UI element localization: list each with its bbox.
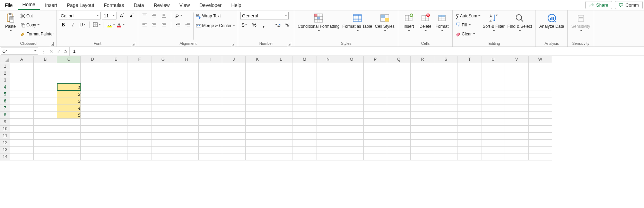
cell[interactable]: [246, 105, 269, 111]
cell[interactable]: [458, 118, 481, 125]
tab-file[interactable]: File: [0, 0, 18, 10]
decrease-indent-button[interactable]: [174, 21, 182, 28]
cell[interactable]: [104, 70, 128, 77]
cell[interactable]: [128, 153, 151, 160]
cell[interactable]: [481, 77, 505, 84]
cell[interactable]: [104, 125, 128, 132]
cell[interactable]: [340, 70, 364, 77]
cell[interactable]: [10, 91, 34, 98]
cell[interactable]: [269, 91, 293, 98]
cell[interactable]: [481, 70, 505, 77]
cell[interactable]: [10, 63, 34, 70]
cell[interactable]: [57, 125, 81, 132]
cell[interactable]: [269, 146, 293, 153]
cell[interactable]: [505, 91, 529, 98]
cell[interactable]: [505, 98, 529, 105]
cell[interactable]: [434, 111, 458, 118]
cell[interactable]: [10, 70, 34, 77]
cell[interactable]: [434, 84, 458, 91]
cell[interactable]: [411, 70, 434, 77]
cell[interactable]: [34, 98, 57, 105]
cell[interactable]: [81, 77, 104, 84]
cell-styles-button[interactable]: Cell Styles: [374, 12, 396, 34]
cell[interactable]: [269, 63, 293, 70]
cell[interactable]: [458, 84, 481, 91]
cell[interactable]: [387, 77, 411, 84]
cell[interactable]: [10, 118, 34, 125]
cell[interactable]: [364, 98, 387, 105]
cell[interactable]: [316, 91, 340, 98]
tab-view[interactable]: View: [174, 0, 194, 10]
cell[interactable]: [104, 98, 128, 105]
cell[interactable]: [57, 132, 81, 139]
cell[interactable]: [128, 132, 151, 139]
row-header[interactable]: 3: [0, 77, 10, 84]
cell[interactable]: [316, 139, 340, 146]
cell[interactable]: [505, 125, 529, 132]
cell[interactable]: [316, 146, 340, 153]
cell[interactable]: [128, 118, 151, 125]
tab-help[interactable]: Help: [226, 0, 246, 10]
cell[interactable]: [246, 139, 269, 146]
cell[interactable]: [505, 132, 529, 139]
row-header[interactable]: 4: [0, 84, 10, 91]
cell[interactable]: [458, 125, 481, 132]
increase-decimal-button[interactable]: .0.00: [274, 21, 282, 28]
cell[interactable]: [81, 70, 104, 77]
cell[interactable]: [175, 139, 199, 146]
cell[interactable]: [387, 132, 411, 139]
cell[interactable]: [175, 70, 199, 77]
cell[interactable]: [34, 105, 57, 111]
cell[interactable]: [34, 153, 57, 160]
cell[interactable]: [128, 84, 151, 91]
align-bottom-button[interactable]: [160, 12, 168, 19]
cell[interactable]: [340, 111, 364, 118]
cell[interactable]: [316, 77, 340, 84]
cell[interactable]: [364, 153, 387, 160]
cell[interactable]: [81, 146, 104, 153]
cell[interactable]: [57, 146, 81, 153]
cell[interactable]: [481, 125, 505, 132]
cell[interactable]: [458, 146, 481, 153]
cell[interactable]: [458, 77, 481, 84]
dialog-launcher-icon[interactable]: [231, 42, 235, 46]
cell[interactable]: [222, 105, 246, 111]
cell[interactable]: [151, 146, 175, 153]
row-header[interactable]: 12: [0, 139, 10, 146]
cell[interactable]: [246, 84, 269, 91]
cell[interactable]: [364, 132, 387, 139]
column-header[interactable]: M: [293, 56, 316, 63]
cell[interactable]: [175, 84, 199, 91]
cell[interactable]: [481, 118, 505, 125]
column-header[interactable]: N: [316, 56, 340, 63]
cell[interactable]: [175, 146, 199, 153]
cell[interactable]: [293, 132, 316, 139]
cell[interactable]: [10, 139, 34, 146]
cell[interactable]: [316, 132, 340, 139]
fill-button[interactable]: Fill: [455, 21, 481, 29]
cell[interactable]: [10, 132, 34, 139]
cell[interactable]: [10, 153, 34, 160]
cell[interactable]: [57, 70, 81, 77]
cell[interactable]: [269, 105, 293, 111]
cell[interactable]: [481, 132, 505, 139]
cell[interactable]: [199, 139, 222, 146]
underline-button[interactable]: U: [78, 21, 87, 28]
cell[interactable]: [104, 77, 128, 84]
cell[interactable]: [529, 63, 552, 70]
column-header[interactable]: Q: [387, 56, 411, 63]
fill-color-button[interactable]: [107, 21, 115, 28]
cell[interactable]: [434, 118, 458, 125]
cell[interactable]: [104, 118, 128, 125]
number-format-combo[interactable]: General: [240, 12, 289, 19]
decrease-decimal-button[interactable]: .00.0: [284, 21, 292, 28]
cell[interactable]: [34, 70, 57, 77]
cell[interactable]: [340, 98, 364, 105]
row-header[interactable]: 10: [0, 125, 10, 132]
cell[interactable]: [293, 139, 316, 146]
column-header[interactable]: L: [269, 56, 293, 63]
comments-button[interactable]: Comm: [615, 1, 643, 9]
name-box[interactable]: C4: [1, 48, 38, 55]
cell[interactable]: [175, 125, 199, 132]
cell[interactable]: [364, 91, 387, 98]
